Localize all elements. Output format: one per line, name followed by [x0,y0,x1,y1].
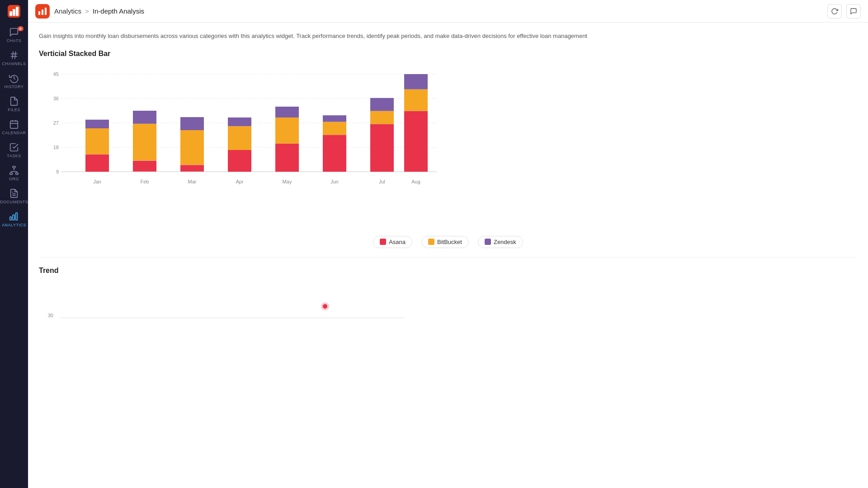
svg-rect-22 [13,215,14,220]
legend-bitbucket[interactable]: BitBucket [421,236,469,248]
svg-rect-3 [16,7,19,16]
stacked-bar-title: Verticial Stacked Bar [39,50,857,58]
app-logo [35,4,50,19]
stacked-bar-chart: 9 18 27 36 45 Jan Feb [39,65,857,225]
svg-rect-13 [10,173,13,175]
svg-text:Feb: Feb [141,179,149,184]
sidebar-item-org[interactable]: ORG [0,161,28,184]
trend-y-label: 30 [39,313,57,318]
bar-jan-zendesk[interactable] [85,119,109,128]
bar-feb-asana[interactable] [133,160,156,171]
legend-dot-bitbucket [428,239,434,245]
sidebar-label-tasks: TASKS [7,154,21,158]
bar-jan-asana[interactable] [85,154,109,171]
legend-label-zendesk: Zendesk [494,239,516,245]
sidebar-item-analytics[interactable]: ANALYTICS [0,207,28,230]
sidebar-label-analytics: ANALYTICS [2,223,26,227]
legend-zendesk[interactable]: Zendesk [478,236,523,248]
bar-jul-bitbucket[interactable] [370,111,394,124]
refresh-button[interactable] [827,4,842,19]
bar-aug-asana[interactable] [404,111,428,171]
sidebar-item-history[interactable]: HISTORY [0,69,28,92]
chart-legend: Asana BitBucket Zendesk [39,236,857,248]
svg-text:Jul: Jul [379,179,385,184]
bar-jan-bitbucket[interactable] [85,128,109,155]
bar-mar-asana[interactable] [180,165,204,171]
trend-title: Trend [39,267,857,275]
svg-text:Jan: Jan [93,179,101,184]
section-divider [39,257,857,258]
breadcrumb: Analytics > In-depth Analysis [54,7,144,15]
svg-text:27: 27 [53,120,59,126]
sidebar-item-calendar[interactable]: CALENDAR [0,115,28,138]
main-panel: Analytics > In-depth Analysis Gain insig… [28,0,868,488]
svg-text:36: 36 [53,96,59,101]
legend-dot-asana [380,239,386,245]
svg-rect-2 [13,9,15,16]
sidebar-item-tasks[interactable]: TASKS [0,138,28,161]
breadcrumb-current: In-depth Analysis [93,7,144,15]
svg-text:45: 45 [53,71,59,77]
svg-text:Apr: Apr [236,179,243,184]
bar-may-zendesk[interactable] [275,107,299,117]
bar-apr-zendesk[interactable] [228,117,251,126]
legend-dot-zendesk [485,239,491,245]
bar-jun-bitbucket[interactable] [323,122,346,135]
sidebar-label-channels: CHANNELS [2,61,26,66]
svg-rect-8 [10,121,18,129]
svg-text:Jun: Jun [330,179,339,184]
svg-rect-1 [9,11,12,16]
main-content: Gain insights into monthly loan disburse… [28,23,868,488]
bar-apr-bitbucket[interactable] [228,126,251,150]
bar-jul-asana[interactable] [370,124,394,172]
svg-rect-21 [10,217,12,220]
sidebar-item-documents[interactable]: DOCUMENTS [0,184,28,207]
bar-jul-zendesk[interactable] [370,98,394,111]
sidebar: 8 CHATS CHANNELS HISTORY FILES [0,0,28,488]
sidebar-item-channels[interactable]: CHANNELS [0,46,28,69]
sidebar-logo [0,0,28,23]
svg-text:Aug: Aug [411,179,420,184]
bar-apr-asana[interactable] [228,150,251,172]
bar-may-asana[interactable] [275,143,299,171]
sidebar-label-chats: CHATS [7,38,21,43]
header-actions [827,4,861,19]
bar-may-bitbucket[interactable] [275,117,299,144]
description-text: Gain insights into monthly loan disburse… [39,32,857,41]
bar-jun-asana[interactable] [323,135,346,172]
bar-aug-bitbucket[interactable] [404,89,428,111]
sidebar-label-files: FILES [8,108,20,112]
svg-line-7 [15,52,16,59]
bar-feb-zendesk[interactable] [133,111,156,124]
trend-data-point [323,304,327,309]
stacked-bar-section: Verticial Stacked Bar 9 18 27 36 [39,50,857,248]
sidebar-label-org: ORG [9,177,19,181]
svg-rect-25 [42,9,43,15]
svg-line-6 [12,52,13,59]
sidebar-label-documents: DOCUMENTS [0,200,28,204]
sidebar-label-calendar: CALENDAR [2,131,26,135]
sidebar-label-history: HISTORY [4,84,24,89]
bar-mar-bitbucket[interactable] [180,130,204,165]
legend-label-bitbucket: BitBucket [437,239,462,245]
legend-asana[interactable]: Asana [373,236,412,248]
trend-section: Trend 30 [39,267,857,318]
svg-rect-24 [38,11,40,15]
sidebar-item-chats[interactable]: 8 CHATS [0,23,28,46]
svg-text:18: 18 [53,145,59,150]
svg-rect-14 [16,173,18,175]
chat-button[interactable] [846,4,861,19]
bar-jun-zendesk[interactable] [323,115,346,122]
svg-text:Mar: Mar [188,179,197,184]
svg-rect-12 [13,166,15,168]
legend-label-asana: Asana [389,239,406,245]
bar-feb-bitbucket[interactable] [133,123,156,160]
bar-mar-zendesk[interactable] [180,117,204,130]
chats-badge: 8 [18,26,24,31]
breadcrumb-app: Analytics [54,7,81,15]
sidebar-item-files[interactable]: FILES [0,92,28,115]
breadcrumb-separator: > [85,7,89,15]
svg-rect-26 [45,8,47,15]
svg-text:9: 9 [56,169,59,174]
bar-aug-zendesk[interactable] [404,74,428,89]
